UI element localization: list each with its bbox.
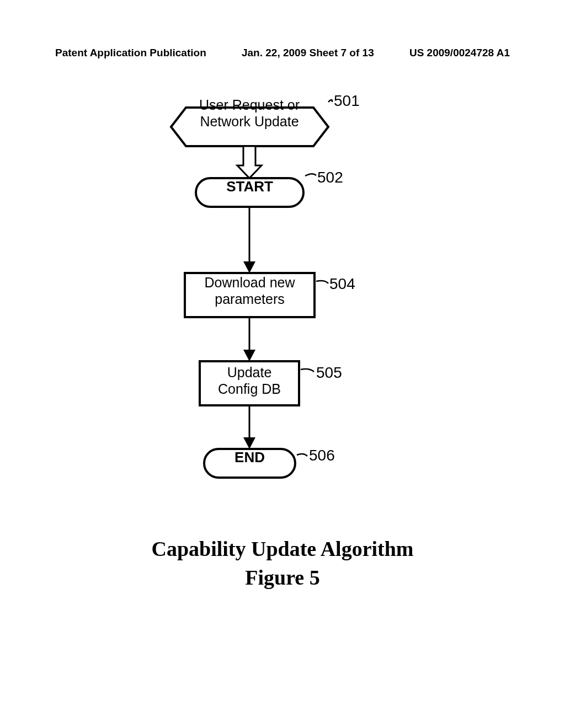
- figure-title: Capability Update Algorithm: [0, 537, 565, 561]
- start-node-text: START: [196, 178, 303, 195]
- label-501: 501: [334, 92, 360, 110]
- update-line1: Update: [227, 365, 272, 380]
- label-502: 502: [317, 169, 343, 186]
- page-header: Patent Application Publication Jan. 22, …: [0, 47, 565, 59]
- flowchart-diagram: [0, 72, 565, 568]
- download-node-text: Download new parameters: [185, 274, 315, 307]
- end-node-text: END: [204, 449, 295, 466]
- header-center: Jan. 22, 2009 Sheet 7 of 13: [242, 47, 374, 59]
- svg-marker-3: [243, 261, 255, 273]
- hexagon-line2: Network Update: [200, 114, 299, 129]
- download-line1: Download new: [205, 275, 295, 290]
- header-left: Patent Application Publication: [55, 47, 206, 59]
- label-505: 505: [316, 364, 342, 382]
- svg-marker-9: [243, 437, 255, 449]
- hexagon-node-text: User Request or Network Update: [186, 97, 313, 130]
- header-right: US 2009/0024728 A1: [409, 47, 510, 59]
- svg-marker-6: [243, 350, 255, 361]
- label-506: 506: [309, 447, 335, 464]
- hexagon-line1: User Request or: [199, 97, 300, 113]
- figure-subtitle: Figure 5: [0, 565, 565, 590]
- label-504: 504: [329, 275, 355, 293]
- download-line2: parameters: [215, 291, 284, 307]
- update-line2: Config DB: [218, 381, 281, 397]
- update-node-text: Update Config DB: [200, 364, 299, 397]
